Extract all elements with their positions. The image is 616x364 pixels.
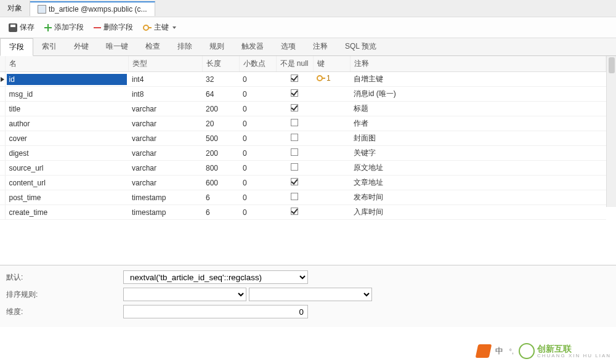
sub-tab-3[interactable]: 唯一键 — [97, 38, 137, 55]
cell-comment[interactable]: 发布时间 — [350, 190, 606, 205]
cell-notnull[interactable] — [276, 205, 313, 220]
cell-comment[interactable]: 消息id (唯一) — [350, 87, 606, 102]
sub-tab-2[interactable]: 外键 — [65, 38, 97, 55]
cell-name[interactable]: author — [5, 116, 128, 131]
col-header-notnull[interactable]: 不是 null — [276, 56, 313, 72]
add-field-button[interactable]: 添加字段 — [41, 21, 87, 34]
cell-name[interactable]: content_url — [5, 176, 128, 190]
cell-notnull[interactable] — [276, 190, 313, 205]
cell-name[interactable]: source_url — [5, 161, 128, 176]
cell-decimal[interactable]: 0 — [239, 116, 276, 131]
cell-length[interactable]: 500 — [202, 131, 239, 146]
tab-table[interactable]: tb_article @wxmps.public (c... — [30, 1, 155, 16]
table-row[interactable]: idint43201自增主键 — [0, 72, 606, 87]
table-row[interactable]: covervarchar5000封面图 — [0, 131, 606, 146]
checkbox-icon[interactable] — [291, 89, 298, 97]
cell-name[interactable]: create_time — [5, 205, 128, 220]
cell-length[interactable]: 6 — [202, 205, 239, 220]
cell-comment[interactable]: 标题 — [350, 102, 606, 116]
checkbox-icon[interactable] — [291, 104, 298, 111]
vertical-scrollbar[interactable] — [606, 56, 616, 207]
cell-name[interactable]: cover — [5, 131, 128, 146]
cell-comment[interactable]: 作者 — [350, 116, 606, 131]
cell-type[interactable]: int4 — [128, 72, 202, 87]
sub-tab-10[interactable]: SQL 预览 — [336, 38, 385, 55]
cell-type[interactable]: varchar — [128, 131, 202, 146]
cell-type[interactable]: varchar — [128, 176, 202, 190]
table-row[interactable]: titlevarchar2000标题 — [0, 102, 606, 116]
cell-comment[interactable]: 文章地址 — [350, 176, 606, 190]
cell-length[interactable]: 20 — [202, 116, 239, 131]
cell-decimal[interactable]: 0 — [239, 190, 276, 205]
cell-name[interactable]: id — [5, 72, 128, 87]
cell-decimal[interactable]: 0 — [239, 205, 276, 220]
col-header-key[interactable]: 键 — [313, 56, 350, 72]
table-row[interactable]: source_urlvarchar8000原文地址 — [0, 161, 606, 176]
cell-key[interactable] — [313, 205, 350, 220]
cell-notnull[interactable] — [276, 87, 313, 102]
sub-tab-6[interactable]: 规则 — [201, 38, 233, 55]
collation-select-1[interactable] — [123, 288, 246, 301]
cell-decimal[interactable]: 0 — [239, 87, 276, 102]
cell-key[interactable] — [313, 131, 350, 146]
checkbox-icon[interactable] — [291, 119, 298, 126]
table-row[interactable]: msg_idint8640消息id (唯一) — [0, 87, 606, 102]
cell-key[interactable] — [313, 102, 350, 116]
cell-notnull[interactable] — [276, 102, 313, 116]
cell-key[interactable] — [313, 190, 350, 205]
cell-type[interactable]: varchar — [128, 161, 202, 176]
cell-type[interactable]: timestamp — [128, 205, 202, 220]
cell-notnull[interactable] — [276, 161, 313, 176]
checkbox-icon[interactable] — [291, 134, 298, 141]
checkbox-icon[interactable] — [291, 178, 298, 185]
cell-key[interactable] — [313, 176, 350, 190]
cell-length[interactable]: 64 — [202, 87, 239, 102]
sub-tab-5[interactable]: 排除 — [169, 38, 201, 55]
dimension-input[interactable] — [123, 305, 308, 318]
checkbox-icon[interactable] — [291, 208, 298, 215]
scrollbar-thumb[interactable] — [609, 57, 615, 73]
col-header-length[interactable]: 长度 — [202, 56, 239, 72]
cell-comment[interactable]: 原文地址 — [350, 161, 606, 176]
delete-field-button[interactable]: 删除字段 — [90, 21, 137, 34]
cell-notnull[interactable] — [276, 131, 313, 146]
checkbox-icon[interactable] — [291, 193, 298, 200]
cell-type[interactable]: varchar — [128, 102, 202, 116]
cell-key[interactable] — [313, 116, 350, 131]
cell-length[interactable]: 200 — [202, 146, 239, 161]
default-select[interactable]: nextval('tb_article_id_seq'::regclass) — [123, 270, 308, 284]
col-header-name[interactable]: 名 — [5, 56, 128, 72]
cell-comment[interactable]: 入库时间 — [350, 205, 606, 220]
cell-name[interactable]: title — [5, 102, 128, 116]
cell-name[interactable]: digest — [5, 146, 128, 161]
table-row[interactable]: post_timetimestamp60发布时间 — [0, 190, 606, 205]
save-button[interactable]: 保存 — [5, 21, 38, 34]
cell-length[interactable]: 600 — [202, 176, 239, 190]
cell-name[interactable]: post_time — [5, 190, 128, 205]
cell-decimal[interactable]: 0 — [239, 146, 276, 161]
col-header-type[interactable]: 类型 — [128, 56, 202, 72]
cell-key[interactable]: 1 — [313, 72, 350, 87]
cell-type[interactable]: varchar — [128, 116, 202, 131]
col-header-decimal[interactable]: 小数点 — [239, 56, 276, 72]
checkbox-icon[interactable] — [291, 75, 298, 82]
cell-type[interactable]: timestamp — [128, 190, 202, 205]
collation-select-2[interactable] — [249, 288, 372, 301]
cell-name[interactable]: msg_id — [5, 87, 128, 102]
checkbox-icon[interactable] — [291, 148, 298, 156]
cell-type[interactable]: int8 — [128, 87, 202, 102]
cell-comment[interactable]: 封面图 — [350, 131, 606, 146]
table-row[interactable]: content_urlvarchar6000文章地址 — [0, 176, 606, 190]
cell-key[interactable] — [313, 146, 350, 161]
cell-notnull[interactable] — [276, 176, 313, 190]
cell-comment[interactable]: 关键字 — [350, 146, 606, 161]
cell-notnull[interactable] — [276, 116, 313, 131]
sub-tab-8[interactable]: 选项 — [272, 38, 304, 55]
table-row[interactable]: digestvarchar2000关键字 — [0, 146, 606, 161]
cell-decimal[interactable]: 0 — [239, 131, 276, 146]
table-row[interactable]: authorvarchar200作者 — [0, 116, 606, 131]
cell-key[interactable] — [313, 161, 350, 176]
cell-length[interactable]: 800 — [202, 161, 239, 176]
cell-comment[interactable]: 自增主键 — [350, 72, 606, 87]
cell-decimal[interactable]: 0 — [239, 72, 276, 87]
